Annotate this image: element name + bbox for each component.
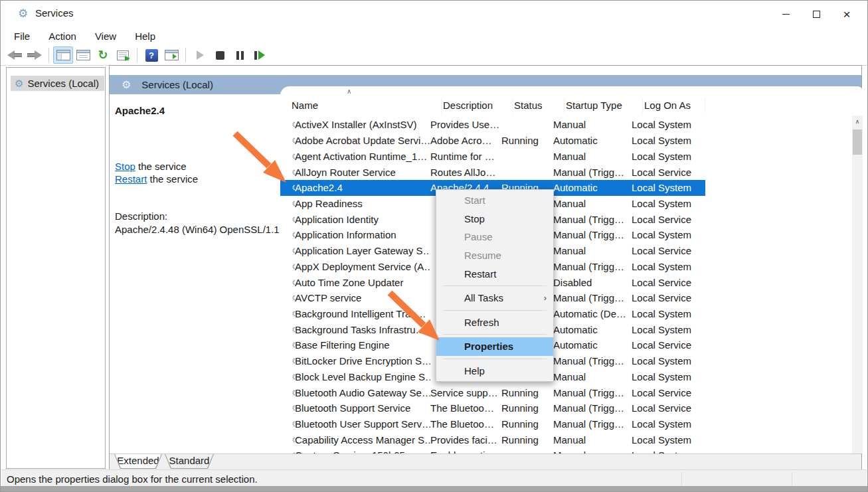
column-header-startup-type[interactable]: Startup Type [564, 98, 643, 113]
show-console-tree-button[interactable] [53, 46, 73, 64]
minimize-button[interactable] [770, 1, 801, 27]
service-log-on-as: Local System [632, 355, 694, 367]
menu-action[interactable]: Action [39, 29, 86, 44]
service-log-on-as: Local Service [632, 339, 694, 351]
menu-help[interactable]: Help [126, 29, 165, 44]
scrollbar-thumb[interactable] [853, 129, 862, 155]
vertical-scrollbar[interactable]: ∧ ∨ [852, 116, 863, 453]
tab-standard[interactable]: Standard [165, 454, 214, 469]
start-service-icon [197, 50, 204, 60]
service-description: Routes AllJo… [430, 167, 501, 178]
service-name: Agent Activation Runtime_1… [295, 151, 430, 162]
column-header-name[interactable]: Name [280, 98, 442, 113]
service-gear-icon: ⚙ [280, 372, 295, 382]
back-button[interactable] [5, 46, 25, 64]
service-row-bluetooth-support-service[interactable]: ⚙Bluetooth Support ServiceThe Bluetoo…Ru… [280, 400, 705, 416]
service-description: The Bluetoo… [430, 418, 501, 430]
service-gear-icon: ⚙ [280, 151, 295, 161]
tab-extended[interactable]: Extended [114, 454, 162, 469]
service-name: Background Tasks Infrastru… [295, 324, 430, 335]
service-log-on-as: Local Service [632, 402, 694, 414]
restart-service-button[interactable] [250, 46, 270, 64]
context-menu-item-stop[interactable]: Stop [436, 210, 553, 228]
service-name: ActiveX Installer (AxInstSV) [295, 119, 430, 130]
context-menu-item-pause[interactable]: Pause [436, 228, 553, 246]
service-row-bluetooth-audio-gateway-se-[interactable]: ⚙Bluetooth Audio Gateway Se…Service supp… [280, 384, 705, 400]
export-list-button[interactable] [113, 46, 133, 64]
service-row-capture-service-150b05-[interactable]: ⚙Capture Service_150b05…Enables opti…Man… [280, 448, 705, 453]
service-name: AllJoyn Router Service [295, 167, 430, 178]
service-startup-type: Automatic [553, 135, 632, 146]
service-name: Capability Access Manager S… [295, 434, 430, 446]
maximize-button[interactable] [801, 1, 831, 27]
service-gear-icon: ⚙ [280, 356, 295, 366]
service-startup-type: Manual [553, 434, 632, 446]
service-log-on-as: Local System [632, 371, 694, 382]
tree-item-services-local[interactable]: ⚙ Services (Local) [11, 76, 104, 91]
context-menu-item-help[interactable]: Help [436, 362, 553, 380]
close-icon: × [843, 8, 850, 21]
service-status: Running [501, 402, 553, 414]
service-startup-type: Automatic [553, 339, 632, 351]
service-startup-type: Manual (Trigg… [553, 402, 632, 414]
toolbar-separator [137, 48, 137, 62]
column-header-description[interactable]: Description [442, 98, 513, 113]
forward-button[interactable] [25, 46, 44, 64]
service-rows: ⚙ActiveX Installer (AxInstSV)Provides Us… [280, 117, 863, 453]
context-menu-item-start[interactable]: Start [436, 191, 553, 210]
refresh-button[interactable]: ↻ [93, 46, 113, 64]
service-row-capability-access-manager-s-[interactable]: ⚙Capability Access Manager S…Provides fa… [280, 432, 705, 448]
context-menu-item-resume[interactable]: Resume [436, 246, 553, 265]
service-gear-icon: ⚙ [280, 246, 295, 256]
context-menu-item-restart[interactable]: Restart [436, 264, 553, 283]
properties-window-icon [76, 50, 90, 60]
service-row-activex-installer-axinstsv-[interactable]: ⚙ActiveX Installer (AxInstSV)Provides Us… [280, 117, 705, 133]
stop-service-link[interactable]: Stop [115, 161, 135, 172]
menu-view[interactable]: View [86, 29, 126, 44]
service-gear-icon: ⚙ [280, 167, 295, 177]
service-log-on-as: Local System [632, 308, 694, 319]
service-name: Apache2.4 [295, 182, 430, 193]
context-menu-item-all-tasks[interactable]: All Tasks› [436, 289, 553, 307]
service-gear-icon: ⚙ [280, 325, 295, 335]
service-log-on-as: Local System [632, 182, 694, 193]
list-header: Name Description Status Startup Type Log… [280, 94, 852, 116]
properties-button[interactable] [73, 46, 93, 64]
restart-service-link[interactable]: Restart [115, 173, 147, 185]
service-row-alljoyn-router-service[interactable]: ⚙AllJoyn Router ServiceRoutes AllJo…Manu… [280, 164, 705, 180]
scroll-up-icon[interactable]: ∧ [852, 116, 863, 127]
service-startup-type: Disabled [553, 277, 632, 288]
pause-service-button[interactable] [230, 46, 250, 64]
service-status: Running [501, 387, 553, 398]
start-service-button[interactable] [190, 46, 210, 64]
service-row-bluetooth-user-support-serv-[interactable]: ⚙Bluetooth User Support Serv…The Bluetoo… [280, 416, 705, 432]
service-startup-type: Automatic [553, 182, 632, 193]
service-row-adobe-acrobat-update-servi-[interactable]: ⚙Adobe Acrobat Update Servi…Adobe Acro…R… [280, 133, 705, 149]
service-startup-type: Manual (Trigg… [553, 214, 632, 225]
menu-file[interactable]: File [5, 29, 39, 44]
service-startup-type: Manual [553, 371, 632, 382]
service-startup-type: Automatic [553, 324, 632, 335]
context-menu-item-properties[interactable]: Properties [436, 337, 553, 356]
maximize-icon [813, 11, 820, 18]
service-log-on-as: Local Service [632, 387, 694, 398]
menu-separator [443, 310, 547, 311]
service-row-agent-activation-runtime-1-[interactable]: ⚙Agent Activation Runtime_1…Runtime for … [280, 148, 705, 164]
console-tree-pane: ⚙ Services (Local) [6, 67, 106, 469]
help-icon: ? [145, 49, 158, 62]
service-name: Application Identity [295, 214, 430, 225]
refresh-icon: ↻ [98, 49, 108, 61]
services-gear-icon: ⚙ [122, 78, 131, 91]
service-name: AVCTP service [295, 292, 430, 303]
help-button[interactable]: ? [141, 46, 161, 64]
tab-extended-label: Extended [115, 454, 161, 468]
column-header-status[interactable]: Status [513, 98, 564, 113]
service-name: Bluetooth Support Service [295, 402, 430, 414]
column-header-log-on-as[interactable]: Log On As [643, 98, 705, 113]
service-startup-type: Manual (Trigg… [553, 292, 632, 303]
close-button[interactable]: × [831, 1, 862, 27]
stop-service-line: Stop the service [115, 161, 187, 172]
stop-service-button[interactable] [210, 46, 230, 64]
show-extended-view-button[interactable] [161, 46, 181, 64]
context-menu-item-refresh[interactable]: Refresh [436, 313, 553, 332]
